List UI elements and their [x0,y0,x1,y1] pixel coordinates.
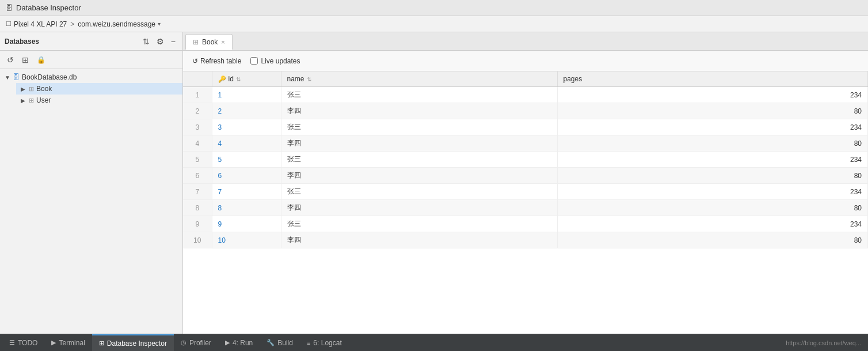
pages-cell[interactable]: 80 [557,168,868,184]
sidebar-title: Databases [5,37,39,46]
user-table-icon: ⊞ [29,97,34,104]
pages-cell[interactable]: 234 [557,87,868,103]
id-cell[interactable]: 4 [212,135,281,152]
open-table-button[interactable]: ⊞ [20,54,31,66]
table-row[interactable]: 77张三234 [183,184,868,200]
pages-cell[interactable]: 234 [557,119,868,135]
title-bar: 🗄 Database Inspector [0,0,868,16]
pages-cell[interactable]: 80 [557,103,868,119]
name-cell[interactable]: 李四 [281,103,557,119]
tab-book[interactable]: ⊞ Book × [185,34,233,50]
table-row[interactable]: 44李四80 [183,135,868,152]
id-cell[interactable]: 6 [212,168,281,184]
table-row[interactable]: 1010李四80 [183,232,868,248]
table-row[interactable]: 11张三234 [183,87,868,103]
data-table-container: # 🔑 id ⇅ name ⇅ [183,71,868,334]
database-icon: 🗄 [13,73,20,81]
tree-table-book[interactable]: ▶ ⊞ Book [16,83,182,95]
bottom-tab-terminal[interactable]: ▶ Terminal [44,334,92,351]
pages-column-header[interactable]: pages [557,71,868,87]
row-number: 4 [183,135,212,152]
resume-button[interactable]: 🔒 [35,55,48,65]
minus-button[interactable]: − [169,36,178,47]
live-updates-label: Live updates [261,57,300,65]
table-row[interactable]: 22李四80 [183,103,868,119]
pages-cell[interactable]: 80 [557,232,868,248]
sidebar: Databases ⇅ ⚙ − ↺ ⊞ 🔒 ▼ 🗄 BookDatabase.d… [0,32,183,334]
device-arrow: > [70,20,74,28]
name-cell[interactable]: 李四 [281,200,557,216]
name-cell[interactable]: 张三 [281,184,557,200]
profiler-icon: ◷ [181,339,186,346]
terminal-icon: ▶ [51,339,56,346]
table-row[interactable]: 33张三234 [183,119,868,135]
row-number: 10 [183,232,212,248]
name-cell[interactable]: 张三 [281,87,557,103]
refresh-databases-button[interactable]: ↺ [5,54,16,66]
name-cell[interactable]: 张三 [281,119,557,135]
id-cell[interactable]: 5 [212,152,281,168]
bottom-tab-run[interactable]: ▶ 4: Run [218,334,260,351]
pages-cell[interactable]: 80 [557,200,868,216]
book-label: Book [36,85,52,93]
table-row[interactable]: 99张三234 [183,216,868,232]
refresh-table-label: Refresh table [200,57,241,65]
name-cell[interactable]: 张三 [281,152,557,168]
pages-cell[interactable]: 234 [557,152,868,168]
id-cell[interactable]: 10 [212,232,281,248]
database-name-label: BookDatabase.db [22,73,77,81]
table-row[interactable]: 55张三234 [183,152,868,168]
name-column-header[interactable]: name ⇅ [281,71,557,87]
table-row[interactable]: 66李四80 [183,168,868,184]
id-cell[interactable]: 1 [212,87,281,103]
name-cell[interactable]: 李四 [281,232,557,248]
row-number: 8 [183,200,212,216]
database-inspector-icon: 🗄 [6,4,13,12]
build-icon: 🔧 [267,339,275,346]
main-area: Databases ⇅ ⚙ − ↺ ⊞ 🔒 ▼ 🗄 BookDatabase.d… [0,32,868,334]
tree-table-user[interactable]: ▶ ⊞ User [16,95,182,106]
bottom-bar-url: https://blog.csdn.net/weq... [786,339,866,346]
tab-close-button[interactable]: × [221,39,224,46]
filter-button[interactable]: ⇅ [140,36,152,47]
name-col-label: name [287,75,304,83]
device-name: Pixel 4 XL API 27 [14,20,67,28]
table-row[interactable]: 88李四80 [183,200,868,216]
refresh-table-button[interactable]: ↺ Refresh table [189,56,245,66]
bottom-tab-build[interactable]: 🔧 Build [260,334,300,351]
bottom-tab-profiler[interactable]: ◷ Profiler [174,334,218,351]
id-cell[interactable]: 3 [212,119,281,135]
package-name: com.weizu.sendmessage [78,20,155,28]
device-icon: ☐ [6,20,12,28]
bottom-tab-todo[interactable]: ☰ TODO [2,334,44,351]
settings-button[interactable]: ⚙ [154,36,166,47]
tree-database-item[interactable]: ▼ 🗄 BookDatabase.db [0,71,182,83]
table-header-row: # 🔑 id ⇅ name ⇅ [183,71,868,87]
book-expand-arrow: ▶ [21,86,26,92]
sidebar-header: Databases ⇅ ⚙ − [0,32,182,51]
name-cell[interactable]: 李四 [281,168,557,184]
content-toolbar: ↺ Refresh table Live updates [183,51,868,71]
live-updates-toggle[interactable]: Live updates [250,57,300,65]
name-cell[interactable]: 李四 [281,135,557,152]
name-cell[interactable]: 张三 [281,216,557,232]
bottom-bar: ☰ TODO ▶ Terminal ⊞ Database Inspector ◷… [0,334,868,351]
id-cell[interactable]: 8 [212,200,281,216]
pages-cell[interactable]: 234 [557,184,868,200]
pages-cell[interactable]: 80 [557,135,868,152]
logcat-label: 6: Logcat [313,339,341,347]
id-cell[interactable]: 2 [212,103,281,119]
live-updates-checkbox[interactable] [250,57,258,65]
device-dropdown-arrow[interactable]: ▾ [158,21,161,27]
bottom-tab-database-inspector[interactable]: ⊞ Database Inspector [92,334,174,351]
todo-icon: ☰ [9,339,15,346]
id-cell[interactable]: 7 [212,184,281,200]
id-cell[interactable]: 9 [212,216,281,232]
logcat-icon: ≡ [307,339,310,346]
id-column-header[interactable]: 🔑 id ⇅ [212,71,281,87]
row-number: 9 [183,216,212,232]
bottom-tab-logcat[interactable]: ≡ 6: Logcat [300,334,349,351]
pages-cell[interactable]: 234 [557,216,868,232]
row-number: 5 [183,152,212,168]
tree-area: ▼ 🗄 BookDatabase.db ▶ ⊞ Book ▶ ⊞ User [0,69,182,334]
